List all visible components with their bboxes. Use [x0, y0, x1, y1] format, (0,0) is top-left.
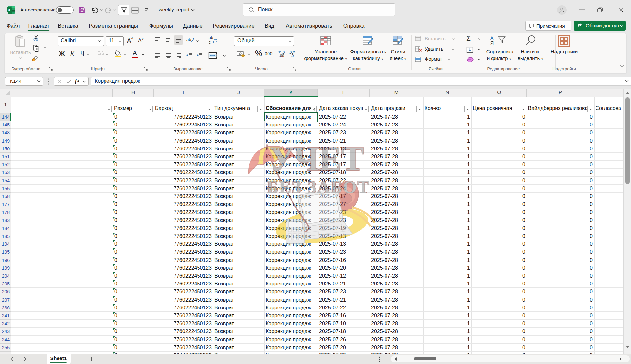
svg-text:ab: ab — [209, 35, 213, 40]
svg-text:c: c — [209, 40, 211, 45]
svg-text:,0: ,0 — [291, 54, 294, 57]
svg-text:Я: Я — [490, 40, 494, 45]
svg-text:ab: ab — [186, 37, 191, 42]
svg-text:А: А — [490, 35, 494, 41]
svg-text:УЧЕТ: УЧЕТ — [269, 144, 364, 177]
svg-text:X: X — [8, 8, 11, 12]
svg-text:,0: ,0 — [282, 51, 285, 54]
svg-text:БЕЗ ЗАБОТ: БЕЗ ЗАБОТ — [267, 177, 369, 196]
